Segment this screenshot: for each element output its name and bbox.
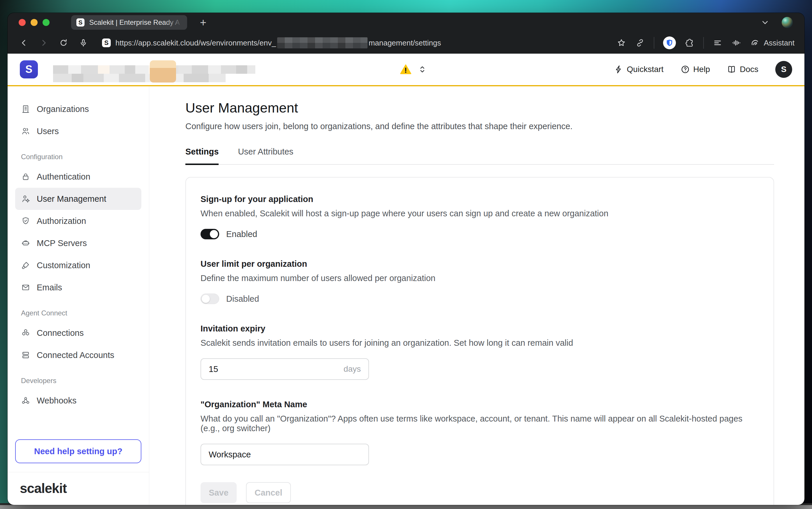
lock-icon (21, 172, 30, 181)
webhook-icon (21, 396, 30, 405)
assistant-label: Assistant (764, 38, 795, 47)
sidebar-item-users[interactable]: Users (15, 120, 141, 142)
sidebar-footer: scalekit (8, 472, 149, 505)
docs-button[interactable]: Docs (727, 65, 758, 74)
signup-toggle-label: Enabled (226, 230, 257, 239)
invitation-expiry-title: Invitation expiry (201, 324, 759, 334)
quickstart-button[interactable]: Quickstart (614, 65, 664, 74)
sidebar: Organizations Users Configuration Authen… (8, 86, 149, 505)
warning-triangle-icon (399, 63, 412, 76)
reader-lines-icon[interactable] (713, 38, 722, 48)
tab-search-chevron-icon[interactable] (760, 18, 770, 27)
close-window-button[interactable] (19, 19, 26, 26)
user-limit-toggle-label: Disabled (226, 294, 259, 304)
bookmark-star-icon[interactable] (616, 38, 626, 48)
browser-tab-strip: S Scalekit | Enterprise Ready A + (8, 13, 804, 32)
assistant-wave-icon (750, 38, 760, 48)
sidebar-item-webhooks[interactable]: Webhooks (15, 389, 141, 412)
voice-waveform-icon[interactable] (731, 38, 741, 48)
url-redacted-segment (277, 37, 367, 48)
robot-icon (21, 238, 30, 248)
address-bar[interactable]: https://app.scalekit.cloud/ws/environmen… (115, 37, 441, 48)
tab-user-attributes[interactable]: User Attributes (238, 147, 293, 164)
back-icon[interactable] (19, 38, 29, 47)
tab-bar: Settings User Attributes (185, 147, 774, 165)
browser-toolbar: S https://app.scalekit.cloud/ws/environm… (8, 32, 804, 54)
browser-window: S Scalekit | Enterprise Ready A + (8, 13, 804, 505)
signup-description: When enabled, Scalekit will host a sign-… (201, 209, 759, 218)
zoom-window-button[interactable] (42, 19, 49, 26)
redacted-environment-badge (150, 60, 176, 82)
sidebar-item-customization[interactable]: Customization (15, 254, 141, 276)
invitation-expiry-unit: days (344, 364, 361, 374)
extensions-puzzle-icon[interactable] (685, 38, 695, 48)
toolbar-divider (654, 37, 654, 49)
tab-settings[interactable]: Settings (185, 147, 219, 164)
user-limit-section: User limit per organization Define the m… (201, 259, 759, 304)
window-controls (19, 19, 49, 26)
env-selector-chevrons-icon[interactable] (417, 64, 427, 74)
invitation-expiry-description: Scalekit sends invitation emails to user… (201, 338, 759, 348)
app-header: S (8, 54, 804, 86)
user-avatar[interactable]: S (775, 61, 792, 78)
browser-tab[interactable]: S Scalekit | Enterprise Ready A (71, 15, 187, 30)
invitation-expiry-section: Invitation expiry Scalekit sends invitat… (201, 324, 759, 380)
user-gear-icon (21, 194, 30, 203)
shield-check-icon (21, 216, 30, 226)
signup-section: Sign-up for your application When enable… (201, 195, 759, 239)
invitation-expiry-field: days (201, 358, 369, 380)
sidebar-item-mcp-servers[interactable]: MCP Servers (15, 232, 141, 254)
user-limit-title: User limit per organization (201, 259, 759, 269)
need-help-button[interactable]: Need help setting up? (15, 439, 141, 463)
book-icon (727, 65, 736, 74)
sidebar-item-connected-accounts[interactable]: Connected Accounts (15, 344, 141, 366)
forward-icon[interactable] (39, 38, 48, 47)
page-subtitle: Configure how users join, belong to orga… (185, 122, 774, 131)
save-button[interactable]: Save (201, 482, 237, 503)
settings-card: Sign-up for your application When enable… (185, 177, 774, 505)
mic-icon[interactable] (79, 38, 88, 47)
bolt-icon (614, 65, 624, 74)
sidebar-item-connections[interactable]: Connections (15, 322, 141, 344)
main-content: User Management Configure how users join… (149, 86, 804, 505)
signup-title: Sign-up for your application (201, 195, 759, 204)
user-limit-description: Define the maximum number of users allow… (201, 273, 759, 283)
signup-toggle[interactable] (201, 229, 219, 239)
assistant-button[interactable]: Assistant (750, 38, 795, 48)
cancel-button[interactable]: Cancel (246, 482, 291, 503)
browser-profile-avatar[interactable] (782, 17, 793, 28)
sidebar-item-authentication[interactable]: Authentication (15, 166, 141, 188)
users-icon (21, 127, 30, 136)
help-button[interactable]: Help (680, 65, 710, 74)
help-circle-icon (680, 65, 690, 74)
org-meta-name-title: "Organization" Meta Name (201, 400, 759, 409)
new-tab-button[interactable]: + (200, 17, 206, 28)
copy-link-icon[interactable] (635, 38, 645, 48)
reload-icon[interactable] (59, 38, 68, 47)
page-title: User Management (185, 100, 774, 116)
paintbrush-icon (21, 261, 30, 270)
environment-switcher[interactable] (53, 63, 427, 76)
org-meta-name-field (201, 444, 369, 465)
sidebar-group-label-agent-connect: Agent Connect (21, 309, 141, 317)
scalekit-favicon: S (76, 19, 84, 27)
url-prefix: https://app.scalekit.cloud/ws/environmen… (115, 38, 276, 47)
minimize-window-button[interactable] (31, 19, 38, 26)
cubes-icon (21, 328, 30, 338)
scalekit-wordmark: scalekit (20, 480, 137, 496)
invitation-expiry-input[interactable] (209, 364, 344, 374)
sidebar-item-organizations[interactable]: Organizations (15, 98, 141, 120)
org-meta-name-input[interactable] (209, 450, 361, 460)
org-meta-name-description: What do you call an "Organization"? Apps… (201, 414, 748, 433)
sidebar-group-label-configuration: Configuration (21, 153, 141, 161)
url-favicon: S (102, 38, 111, 47)
url-suffix: management/settings (369, 38, 441, 47)
organizations-icon (21, 104, 30, 114)
user-limit-toggle[interactable] (201, 294, 219, 304)
sidebar-item-user-management[interactable]: User Management (15, 188, 141, 210)
scalekit-logo: S (20, 60, 38, 78)
bitwarden-shield-icon[interactable] (663, 36, 676, 49)
redacted-workspace-name (53, 65, 394, 74)
sidebar-item-authorization[interactable]: Authorization (15, 210, 141, 232)
sidebar-item-emails[interactable]: Emails (15, 276, 141, 299)
